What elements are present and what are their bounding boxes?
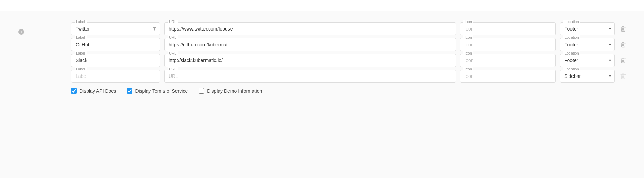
link-row: Label ⊞ URL Icon Location FooterSidebar …: [71, 22, 628, 35]
location-select[interactable]: FooterSidebar: [560, 54, 615, 67]
label-input[interactable]: [71, 70, 160, 83]
icon-field-label: Icon: [463, 35, 473, 39]
icon-input[interactable]: [460, 70, 556, 83]
label-field-label: Label: [75, 67, 87, 71]
link-1-label-group: Label: [71, 38, 160, 51]
checkbox-display-demo[interactable]: [199, 88, 204, 94]
delete-link-button[interactable]: [619, 24, 628, 33]
link-row: Label URL Icon Location FooterSidebar ▾: [71, 54, 628, 67]
icon-field-label: Icon: [463, 20, 473, 24]
checkbox-label-display-api-docs: Display API Docs: [79, 88, 116, 94]
url-field-label: URL: [168, 35, 178, 39]
link-2-location-group: Location FooterSidebar ▾: [560, 54, 615, 67]
url-field-label: URL: [168, 20, 178, 24]
label-input[interactable]: [71, 22, 160, 35]
page-header: [0, 0, 644, 11]
location-select[interactable]: FooterSidebar: [560, 70, 615, 83]
icon-input[interactable]: [460, 22, 556, 35]
location-field-label: Location: [563, 20, 580, 24]
checkbox-display-api-docs[interactable]: [71, 88, 77, 94]
link-2-label-group: Label: [71, 54, 160, 67]
location-select-wrapper: FooterSidebar ▾: [560, 38, 615, 51]
link-2-icon-group: Icon: [460, 54, 556, 67]
url-field-label: URL: [168, 51, 178, 55]
settings-section: i Label ⊞ URL Icon Location FooterSideba…: [16, 22, 628, 83]
section-label: i: [16, 22, 57, 35]
location-select[interactable]: FooterSidebar: [560, 38, 615, 51]
icon-field-label: Icon: [463, 51, 473, 55]
link-3-location-group: Location FooterSidebar ▾: [560, 70, 615, 83]
edit-icon: ⊞: [152, 26, 157, 32]
links-container: Label ⊞ URL Icon Location FooterSidebar …: [71, 22, 628, 83]
checkbox-item-display-terms[interactable]: Display Terms of Service: [127, 88, 188, 94]
link-3-icon-group: Icon: [460, 70, 556, 83]
link-row: Label URL Icon Location FooterSidebar ▾: [71, 38, 628, 51]
link-row: Label URL Icon Location FooterSidebar ▾: [71, 70, 628, 83]
location-field-label: Location: [563, 35, 580, 39]
icon-input[interactable]: [460, 38, 556, 51]
location-select-wrapper: FooterSidebar ▾: [560, 54, 615, 67]
page-content: i Label ⊞ URL Icon Location FooterSideba…: [0, 11, 644, 105]
link-1-icon-group: Icon: [460, 38, 556, 51]
checkboxes-row: Display API Docs Display Terms of Servic…: [16, 88, 628, 94]
location-select-wrapper: FooterSidebar ▾: [560, 22, 615, 35]
link-1-location-group: Location FooterSidebar ▾: [560, 38, 615, 51]
url-input[interactable]: [164, 54, 456, 67]
url-input[interactable]: [164, 22, 456, 35]
link-0-icon-group: Icon: [460, 22, 556, 35]
link-3-url-group: URL: [164, 70, 456, 83]
delete-link-button: [619, 72, 628, 81]
location-select[interactable]: FooterSidebar: [560, 22, 615, 35]
link-1-url-group: URL: [164, 38, 456, 51]
location-field-label: Location: [563, 67, 580, 71]
checkbox-item-display-api-docs[interactable]: Display API Docs: [71, 88, 116, 94]
label-input[interactable]: [71, 38, 160, 51]
checkbox-label-display-demo: Display Demo Information: [207, 88, 262, 94]
location-field-label: Location: [563, 51, 580, 55]
url-input[interactable]: [164, 70, 456, 83]
checkbox-item-display-demo[interactable]: Display Demo Information: [199, 88, 262, 94]
label-field-label: Label: [75, 51, 87, 55]
label-field-label: Label: [75, 20, 87, 24]
location-select-wrapper: FooterSidebar ▾: [560, 70, 615, 83]
link-2-url-group: URL: [164, 54, 456, 67]
label-input[interactable]: [71, 54, 160, 67]
url-field-label: URL: [168, 67, 178, 71]
link-3-label-group: Label: [71, 70, 160, 83]
checkbox-label-display-terms: Display Terms of Service: [135, 88, 188, 94]
url-input[interactable]: [164, 38, 456, 51]
label-field-label: Label: [75, 35, 87, 39]
checkbox-display-terms[interactable]: [127, 88, 132, 94]
icon-input[interactable]: [460, 54, 556, 67]
info-icon[interactable]: i: [18, 29, 24, 35]
link-0-url-group: URL: [164, 22, 456, 35]
delete-link-button[interactable]: [619, 40, 628, 49]
link-0-label-group: Label ⊞: [71, 22, 160, 35]
delete-link-button[interactable]: [619, 56, 628, 65]
icon-field-label: Icon: [463, 67, 473, 71]
link-0-location-group: Location FooterSidebar ▾: [560, 22, 615, 35]
